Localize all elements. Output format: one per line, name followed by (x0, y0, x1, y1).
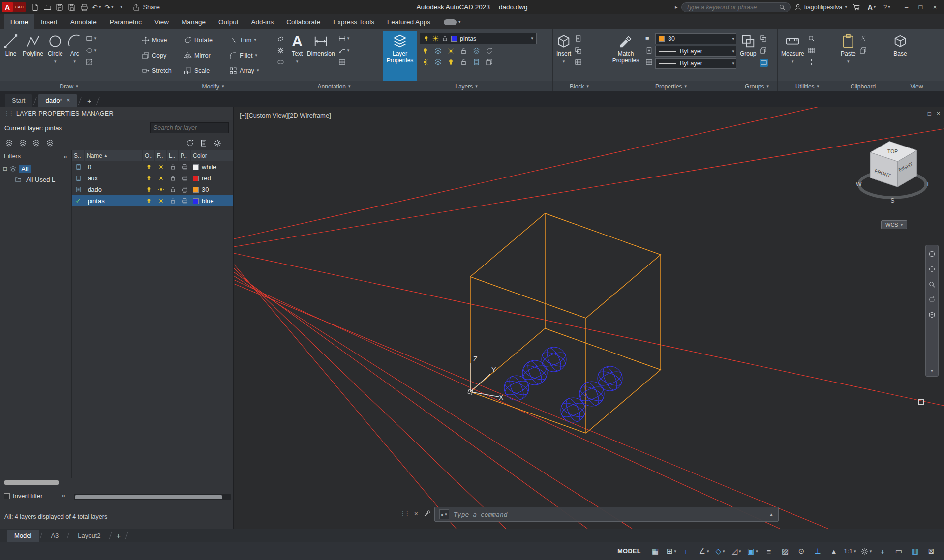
group-edit-tool[interactable] (760, 47, 768, 54)
tab-annotate[interactable]: Annotate (64, 14, 103, 29)
navbar-expand-icon[interactable]: ▾ (931, 369, 933, 373)
settings-button[interactable] (213, 139, 221, 147)
panel-label-block[interactable]: Block▾ (553, 81, 606, 91)
close-button[interactable]: × (928, 1, 942, 14)
rectangle-tool[interactable]: ▾ (86, 35, 97, 42)
insert-block-tool[interactable]: Insert▾ (555, 31, 572, 81)
graphics-performance-icon[interactable]: ▥ (908, 545, 922, 558)
layout-tab-a3[interactable]: A3 (43, 530, 66, 542)
orbit-icon[interactable] (928, 296, 936, 303)
arc-tool[interactable]: Arc▾ (66, 31, 83, 81)
help-menu-button[interactable]: ?▾ (881, 2, 893, 13)
command-input[interactable]: Type a command (454, 511, 764, 518)
zoom-icon[interactable] (928, 281, 936, 288)
layer-color-cell[interactable]: 30 (191, 186, 231, 193)
wrench-icon[interactable] (424, 510, 431, 517)
tab-manage[interactable]: Manage (175, 14, 212, 29)
base-view-tool[interactable]: Base (892, 31, 909, 81)
panel-label-groups[interactable]: Groups▾ (736, 81, 777, 91)
move-tool[interactable]: Move (141, 36, 183, 44)
column-status[interactable]: S.. (72, 150, 85, 161)
search-expand-icon[interactable]: ▸ (675, 4, 678, 10)
save-button[interactable] (54, 2, 65, 13)
copy-clip-tool[interactable] (859, 47, 867, 54)
layer-row-dado[interactable]: dado 30 Co (72, 184, 233, 195)
layer-match-tool[interactable] (473, 47, 480, 55)
layer-search-box[interactable] (150, 122, 229, 133)
command-line[interactable]: ▸▾ Type a command ▲ (434, 507, 779, 522)
create-block-tool[interactable] (575, 47, 582, 54)
ribbon-display-toggle[interactable]: ▾ (444, 14, 461, 29)
layer-row-0[interactable]: 0 white Co (72, 161, 233, 173)
trim-tool[interactable]: Trim▾ (228, 36, 274, 44)
mirror-tool[interactable]: Mirror (183, 52, 228, 59)
new-drawing-tab-button[interactable]: + (83, 95, 95, 107)
panel-label-modify[interactable]: Modify▾ (138, 81, 288, 91)
layer-states-button[interactable] (200, 139, 208, 147)
dimension-tool[interactable]: Dimension (306, 31, 336, 81)
layer-plot-icon[interactable] (179, 198, 191, 204)
close-tab-icon[interactable]: × (66, 97, 70, 104)
tab-express-tools[interactable]: Express Tools (327, 14, 381, 29)
pan-icon[interactable] (928, 265, 936, 273)
layer-walk-tool[interactable] (473, 59, 480, 66)
help-search-box[interactable] (681, 2, 791, 12)
erase-tool[interactable] (277, 35, 284, 42)
tab-home[interactable]: Home (4, 14, 34, 29)
rotate-tool[interactable]: Rotate (183, 36, 228, 44)
layer-thaw-tool[interactable] (447, 59, 455, 66)
offset-tool[interactable] (277, 59, 284, 66)
layer-control-dropdown[interactable]: pintas ▾ (420, 33, 537, 44)
polar-tracking-icon[interactable]: ∠▾ (697, 545, 711, 558)
tab-addins[interactable]: Add-ins (244, 14, 280, 29)
measure-tool[interactable]: Measure▾ (780, 31, 805, 81)
layer-plot-icon[interactable] (179, 164, 191, 170)
layer-linetype[interactable]: Co (231, 163, 233, 171)
viewport-close-icon[interactable]: × (937, 110, 940, 117)
column-on[interactable]: O.. (143, 150, 155, 161)
annotation-visibility-icon[interactable]: ▲ (827, 545, 841, 558)
layer-lock-icon[interactable] (167, 175, 179, 181)
layer-properties-button[interactable]: Layer Properties (383, 31, 417, 81)
object-snap-tracking-icon[interactable]: ◿▾ (730, 545, 743, 558)
selection-cycling-icon[interactable]: ⊙ (794, 545, 808, 558)
layer-row-pintas[interactable]: ✓ pintas blue Co (72, 195, 233, 206)
viewcube[interactable]: W S E TOP FRONT RIGHT (850, 135, 941, 216)
tab-insert[interactable]: Insert (34, 14, 64, 29)
layout-tab-model[interactable]: Model (7, 530, 39, 542)
layer-freeze-icon[interactable] (155, 175, 167, 181)
panel-label-draw[interactable]: Draw▾ (0, 81, 138, 91)
filters-scrollbar[interactable] (4, 480, 59, 485)
viewport-restore-icon[interactable]: □ (928, 110, 931, 117)
maximize-button[interactable]: □ (914, 1, 928, 14)
grip-dots-icon[interactable]: ⋮⋮ (400, 510, 409, 517)
add-status-icon[interactable]: + (876, 545, 889, 558)
help-search-input[interactable] (686, 4, 779, 11)
explode-tool[interactable] (277, 47, 284, 54)
dynamic-input-icon[interactable]: ∟ (681, 545, 695, 558)
scale-tool[interactable]: Scale (183, 67, 228, 75)
layer-lock-icon[interactable] (167, 164, 179, 170)
paste-tool[interactable]: Paste▾ (840, 31, 857, 81)
layer-color-cell[interactable]: white (191, 163, 231, 171)
clean-screen-icon[interactable]: ⊠ (924, 545, 938, 558)
layer-color-cell[interactable]: blue (191, 197, 231, 205)
layer-freeze-icon[interactable] (155, 186, 167, 193)
layer-search-input[interactable] (153, 124, 234, 131)
layer-grid-scrollbar[interactable] (74, 494, 231, 500)
layer-lock-icon[interactable] (167, 198, 179, 204)
layer-merge-tool[interactable] (486, 59, 493, 66)
autocad-logo[interactable]: ACAD (2, 2, 26, 12)
drawing-canvas[interactable]: ZYX (234, 107, 944, 529)
undo-button[interactable]: ↶▾ (91, 2, 102, 13)
layer-linetype[interactable]: Co (231, 186, 233, 193)
ellipse-tool[interactable]: ▾ (86, 47, 97, 54)
save-as-button[interactable] (66, 2, 78, 13)
object-snap-icon[interactable]: ▣▾ (746, 545, 760, 558)
dynamic-ucs-icon[interactable]: ⊥ (811, 545, 824, 558)
layer-isolate-tool[interactable] (434, 47, 442, 55)
navigation-wheel-icon[interactable] (928, 250, 936, 258)
panel-label-layers[interactable]: Layers▾ (380, 81, 552, 91)
polyline-tool[interactable]: Polyline (22, 31, 44, 81)
file-tab-dado[interactable]: dado*× (38, 94, 77, 107)
